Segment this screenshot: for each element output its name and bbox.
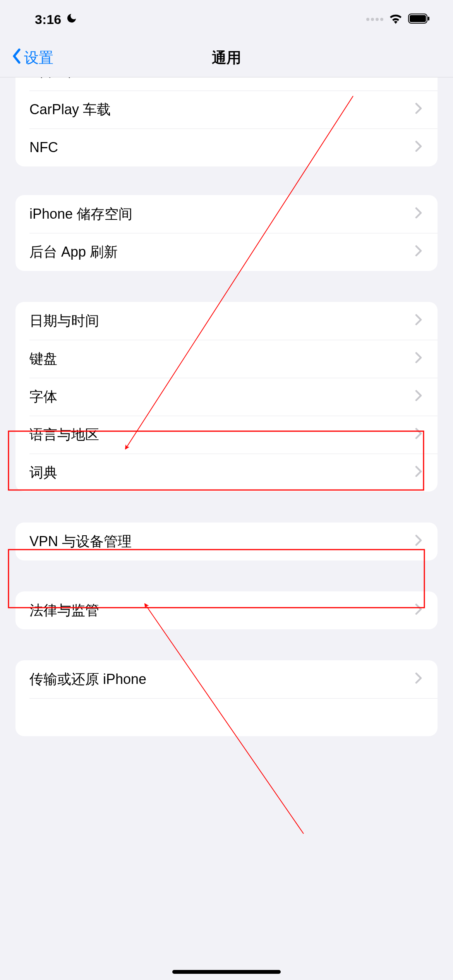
svg-rect-2 — [428, 17, 429, 21]
row-label: VPN 与设备管理 — [29, 532, 132, 551]
row-nfc[interactable]: NFC — [15, 128, 438, 166]
wifi-icon — [389, 13, 403, 26]
row-label: 后台 App 刷新 — [29, 243, 118, 262]
row-label: 字体 — [29, 387, 57, 406]
status-left: 3:16 — [35, 12, 77, 27]
row-label: 日期与时间 — [29, 312, 99, 331]
chevron-right-icon — [415, 351, 422, 367]
row-transfer[interactable]: 传输或还原 iPhone — [15, 660, 438, 698]
group-reset: 传输或还原 iPhone — [15, 660, 438, 736]
group-legal: 法律与监管 — [15, 591, 438, 629]
chevron-right-icon — [415, 77, 422, 80]
row-refresh[interactable]: 后台 App 刷新 — [15, 233, 438, 271]
row-label: 法律与监管 — [29, 601, 99, 620]
chevron-right-icon — [415, 206, 422, 222]
row-label: 词典 — [29, 463, 57, 482]
chevron-right-icon — [415, 139, 422, 156]
group-vpn: VPN 与设备管理 — [15, 523, 438, 560]
row-legal[interactable]: 法律与监管 — [15, 591, 438, 629]
chevron-right-icon — [415, 244, 422, 260]
chevron-right-icon — [415, 101, 422, 118]
chevron-right-icon — [415, 533, 422, 550]
chevron-right-icon — [415, 389, 422, 405]
group-storage: iPhone 储存空间 后台 App 刷新 — [15, 195, 438, 271]
row-label: 传输或还原 iPhone — [29, 670, 146, 689]
row-dict[interactable]: 词典 — [15, 454, 438, 492]
moon-icon — [66, 12, 77, 27]
row-datetime[interactable]: 日期与时间 — [15, 302, 438, 340]
cellular-dots-icon — [366, 18, 383, 21]
chevron-right-icon — [415, 313, 422, 329]
page-title: 通用 — [212, 48, 241, 68]
row-storage[interactable]: iPhone 储存空间 — [15, 195, 438, 233]
row-keyboard[interactable]: 键盘 — [15, 340, 438, 378]
chevron-right-icon — [415, 602, 422, 618]
row-label: CarPlay 车载 — [29, 100, 111, 119]
group-display: 画中画 CarPlay 车载 NFC — [15, 77, 438, 166]
back-button[interactable]: 设置 — [12, 48, 53, 68]
row-label: 画中画 — [29, 77, 71, 81]
row-lang[interactable]: 语言与地区 — [15, 416, 438, 454]
row-label: NFC — [29, 139, 58, 156]
content: 画中画 CarPlay 车载 NFC iPhone 储存空间 后台 App 刷新… — [0, 77, 453, 980]
row-label: 语言与地区 — [29, 425, 99, 444]
back-label: 设置 — [24, 48, 53, 68]
row-vpn[interactable]: VPN 与设备管理 — [15, 523, 438, 560]
status-time: 3:16 — [35, 12, 61, 27]
chevron-right-icon — [415, 427, 422, 443]
chevron-right-icon — [415, 671, 422, 687]
row-pip[interactable]: 画中画 — [15, 77, 438, 91]
home-indicator — [172, 970, 281, 974]
group-input: 日期与时间 键盘 字体 语言与地区 词典 — [15, 302, 438, 492]
status-bar: 3:16 — [0, 0, 453, 39]
row-fonts[interactable]: 字体 — [15, 378, 438, 416]
nav-bar: 设置 通用 — [0, 39, 453, 77]
row-label: iPhone 储存空间 — [29, 205, 132, 224]
svg-rect-1 — [410, 15, 426, 22]
status-right — [366, 13, 430, 26]
chevron-right-icon — [415, 464, 422, 481]
chevron-left-icon — [12, 48, 22, 67]
row-placeholder[interactable] — [15, 698, 438, 736]
battery-icon — [408, 14, 430, 25]
row-label: 键盘 — [29, 350, 57, 368]
row-carplay[interactable]: CarPlay 车载 — [15, 91, 438, 128]
